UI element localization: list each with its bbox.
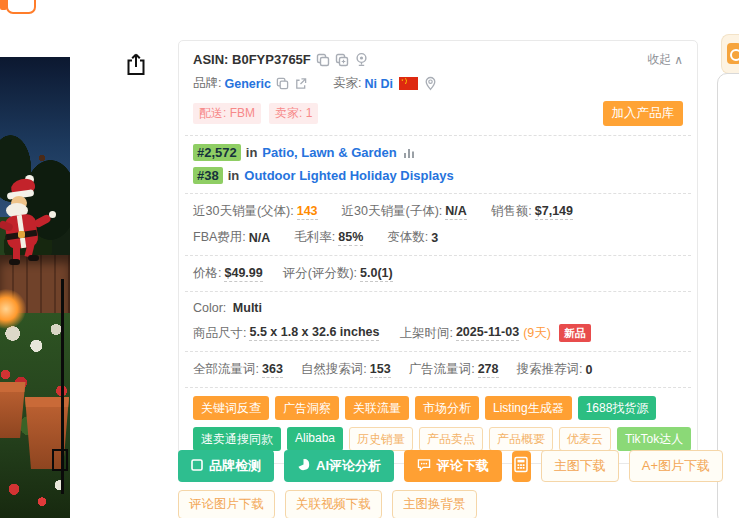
asin-value: B0FYP3765F (232, 52, 311, 67)
copy-icon[interactable] (316, 53, 330, 67)
ai-review-analysis-button[interactable]: AI评论分析 (284, 450, 394, 482)
suggested-keywords-label: 搜索推荐词: (517, 361, 583, 378)
tag-aliexpress-same[interactable]: 速卖通搜同款 (193, 427, 281, 451)
color-value: Multi (233, 301, 262, 315)
seller-count-badge: 卖家: 1 (269, 103, 318, 124)
location-pin-icon[interactable] (423, 76, 438, 91)
action-buttons: 品牌检测 AI评论分析 评论下载 主图下载 A+图片下载 评论图片下载 关联视频… (178, 450, 723, 518)
external-link-icon[interactable] (294, 77, 307, 90)
sales-child-value: N/A (445, 204, 467, 220)
tag-listing-generator[interactable]: Listing生成器 (485, 396, 572, 420)
calculator-icon (513, 456, 529, 476)
suggested-keywords-value: 0 (586, 363, 593, 377)
bsr-subrank-badge: #38 (193, 167, 223, 184)
margin-value[interactable]: 85% (338, 230, 363, 246)
tag-ad-insight[interactable]: 广告洞察 (275, 396, 339, 420)
bsr-category-link[interactable]: Patio, Lawn & Garden (262, 145, 396, 160)
coin-icon (727, 43, 739, 64)
dimensions-value: 5.5 x 1.8 x 32.6 inches (249, 325, 379, 341)
tag-keyword-reverse[interactable]: 关键词反查 (193, 396, 269, 420)
extension-logo-frame-fragment (6, 0, 36, 14)
seller-tool-panel: ASIN: B0FYP3765F 收起 ∧ 品牌: Generic (178, 40, 698, 464)
organic-keywords-label: 自然搜索词: (301, 361, 367, 378)
tag-tiktok-creator[interactable]: TikTok达人 (617, 427, 691, 451)
brand-link[interactable]: Generic (224, 77, 271, 91)
tag-related-traffic[interactable]: 关联流量 (345, 396, 409, 420)
chevron-up-icon: ∧ (674, 53, 683, 67)
collapse-toggle[interactable]: 收起 ∧ (647, 51, 683, 68)
main-image-bg-swap-button[interactable]: 主图换背景 (392, 490, 477, 518)
china-flag-icon (399, 77, 418, 90)
listed-date-label: 上架时间: (399, 325, 452, 342)
sales-parent-value[interactable]: 143 (297, 204, 318, 220)
divider (185, 291, 691, 292)
delivery-badge: 配送: FBM (193, 103, 261, 124)
review-image-download-button[interactable]: 评论图片下载 (178, 490, 275, 518)
seller-link[interactable]: Ni Di (365, 77, 393, 91)
new-product-badge: 新品 (559, 324, 591, 342)
sales-child-label: 近30天销量(子体): (342, 203, 443, 220)
price-label: 价格: (193, 265, 221, 282)
ad-keywords-value[interactable]: 278 (478, 362, 499, 378)
photo-santa-figure (4, 175, 64, 275)
collapse-label: 收起 (647, 51, 671, 68)
rank-in-text: in (228, 168, 240, 183)
listed-date-value: 2025-11-03 (456, 325, 519, 341)
share-button[interactable] (123, 52, 149, 80)
tag-market-analysis[interactable]: 市场分析 (415, 396, 479, 420)
bsr-subcategory-link[interactable]: Outdoor Lighted Holiday Displays (244, 168, 453, 183)
copy-plus-icon[interactable] (335, 53, 349, 67)
variant-count-label: 变体数: (387, 229, 428, 246)
fba-fee-value: N/A (249, 231, 271, 245)
price-value[interactable]: $49.99 (224, 266, 262, 282)
aplus-image-download-button[interactable]: A+图片下载 (629, 450, 723, 482)
speech-bubble-icon (417, 458, 431, 474)
fba-fee-label: FBA费用: (193, 229, 246, 246)
rank-in-text: in (246, 145, 258, 160)
divider (185, 255, 691, 256)
photo-stake-foot (52, 449, 68, 471)
pie-chart-icon (297, 458, 310, 474)
side-toolbar-button[interactable] (721, 34, 739, 74)
product-photo (0, 57, 70, 518)
dimensions-label: 商品尺寸: (193, 325, 246, 342)
divider (185, 387, 691, 388)
share-icon (125, 52, 147, 81)
divider (185, 351, 691, 352)
add-to-product-library-button[interactable]: 加入产品库 (603, 101, 684, 126)
revenue-value[interactable]: $7,149 (535, 204, 573, 220)
color-label: Color: (193, 301, 226, 315)
main-image-download-button[interactable]: 主图下载 (541, 450, 619, 482)
rank-chart-icon[interactable] (402, 146, 417, 159)
variant-count-value: 3 (431, 231, 438, 245)
screen: ASIN: B0FYP3765F 收起 ∧ 品牌: Generic (0, 0, 739, 518)
tag-product-summary[interactable]: 产品概要 (489, 427, 553, 451)
tag-selling-points[interactable]: 产品卖点 (419, 427, 483, 451)
bsr-rank-badge: #2,572 (193, 144, 241, 161)
margin-label: 毛利率: (294, 229, 335, 246)
listed-days-ago: (9天) (523, 325, 551, 342)
divider (185, 135, 691, 136)
revenue-label: 销售额: (491, 203, 532, 220)
calculator-button[interactable] (512, 451, 531, 482)
ad-keywords-label: 广告流量词: (409, 361, 475, 378)
tag-youmaiyun[interactable]: 优麦云 (559, 427, 611, 451)
review-download-button[interactable]: 评论下载 (404, 450, 502, 482)
related-video-download-button[interactable]: 关联视频下载 (285, 490, 382, 518)
all-keywords-value[interactable]: 363 (262, 362, 283, 378)
copy-icon[interactable] (276, 77, 289, 90)
organic-keywords-value[interactable]: 153 (370, 362, 391, 378)
rating-value[interactable]: 5.0(1) (360, 266, 393, 282)
tag-history-sales[interactable]: 历史销量 (349, 427, 413, 451)
rating-label: 评分(评分数): (283, 265, 357, 282)
divider (185, 193, 691, 194)
brand-label: 品牌: (193, 75, 221, 92)
seller-label: 卖家: (333, 75, 361, 92)
all-keywords-label: 全部流量词: (193, 361, 259, 378)
sales-parent-label: 近30天销量(父体): (193, 203, 294, 220)
brand-check-button[interactable]: 品牌检测 (178, 450, 274, 482)
asin-label: ASIN: (193, 52, 228, 67)
keyword-monitor-icon[interactable] (354, 52, 369, 67)
tag-1688-sourcing[interactable]: 1688找货源 (578, 396, 657, 420)
tag-alibaba[interactable]: Alibaba (287, 427, 343, 451)
